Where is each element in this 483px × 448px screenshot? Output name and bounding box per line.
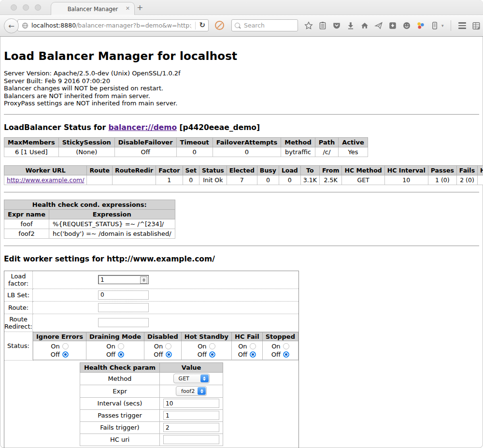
col-header: HC uri	[478, 165, 483, 175]
number-spinner-icon[interactable]	[140, 276, 147, 284]
table-header-row: Expr name Expression	[4, 209, 175, 219]
col-header: DisableFailover	[114, 137, 176, 147]
divider	[4, 246, 479, 246]
colored-dots-extension-icon[interactable]	[416, 21, 425, 30]
ignore-errors-on-radio[interactable]	[62, 343, 69, 349]
hc-row-passes: Passes trigger	[80, 409, 223, 421]
hot-standby-on-radio[interactable]	[209, 343, 215, 349]
col-header: Hot Standby	[181, 332, 231, 341]
hc-expr-label: Expr	[80, 385, 159, 397]
cell-stickysession: (None)	[58, 147, 114, 157]
expr-row: foof2 hc('body') =~ /domain is establish…	[4, 229, 175, 238]
new-tab-button[interactable]: +	[137, 3, 143, 12]
hc-uri-input[interactable]	[163, 435, 219, 444]
hc-row-uri: HC uri	[80, 434, 223, 446]
browser-window: Balancer Manager ✕ + ← localhost:8880/ba…	[0, 0, 483, 448]
reading-list-icon[interactable]	[318, 21, 327, 30]
content-block-icon[interactable]	[215, 21, 224, 30]
window-close-button[interactable]	[11, 4, 17, 11]
hc-passes-input[interactable]	[163, 411, 219, 420]
server-built: Server Built: Feb 9 2016 07:00:20	[4, 77, 479, 85]
url-bar[interactable]: localhost:8880/balancer-manager?b=demo&w…	[17, 19, 209, 31]
window-minimize-button[interactable]	[23, 4, 29, 11]
on-label: On	[154, 342, 163, 350]
hc-fail-off-radio[interactable]	[250, 351, 256, 358]
col-header: Route	[87, 165, 113, 175]
col-header: FailoverAttempts	[213, 137, 281, 147]
bookmark-star-icon[interactable]	[304, 21, 313, 30]
cell-elected: 7	[227, 175, 257, 185]
status-header-row: Ignore Errors Draining Mode Disabled Hot…	[33, 332, 298, 341]
worker-url-link[interactable]: http://www.example.com/	[7, 176, 84, 184]
off-label: Off	[106, 350, 115, 359]
col-header: Elected	[227, 165, 257, 175]
ignore-errors-off-radio[interactable]	[62, 351, 69, 358]
hc-row-fails: Fails trigger)	[80, 421, 223, 434]
disabled-on-radio[interactable]	[165, 343, 171, 349]
hc-row-method: Method GET	[80, 372, 223, 385]
traffic-lights	[11, 4, 41, 11]
container-clip-icon[interactable]	[430, 21, 439, 30]
pocket-icon[interactable]	[332, 21, 341, 30]
disabled-off-radio[interactable]	[166, 351, 172, 358]
hot-standby-off-radio[interactable]	[209, 351, 215, 358]
chevron-down-icon[interactable]: ▾	[441, 23, 444, 28]
stopped-on-radio[interactable]	[283, 343, 289, 349]
menu-hamburger-icon[interactable]	[458, 21, 467, 30]
notice-persist: Balancer changes will NOT be persisted o…	[4, 85, 479, 92]
stopped-off-radio[interactable]	[283, 351, 289, 358]
hc-fail-on-radio[interactable]	[250, 343, 256, 349]
form-row-load-factor: Load factor:	[4, 271, 299, 289]
search-icon	[235, 23, 240, 28]
cell-status: Init Ok	[199, 175, 227, 185]
cell-routeredir	[113, 175, 156, 185]
draining-mode-off-radio[interactable]	[118, 351, 124, 358]
col-header: Value	[160, 362, 223, 372]
notice-balancers: Balancers are NOT inherited from main se…	[4, 92, 479, 100]
tab-close-icon[interactable]: ✕	[126, 5, 130, 12]
load-factor-label: Load factor:	[4, 271, 33, 289]
cell-from: 2.5K	[319, 175, 342, 185]
route-redirect-input[interactable]	[98, 318, 149, 327]
hc-method-label: Method	[80, 372, 159, 385]
cell-method: bytraffic	[281, 147, 315, 157]
hc-fails-input[interactable]	[163, 423, 219, 432]
page-content: Load Balancer Manager for localhost Serv…	[0, 50, 483, 448]
window-zoom-button[interactable]	[35, 4, 41, 11]
hc-expr-select[interactable]: foof2	[176, 386, 207, 396]
reload-button[interactable]: ↻	[199, 22, 205, 29]
cell-hc-interval: 10	[384, 175, 428, 185]
cell-route	[87, 175, 113, 185]
notebook-grid-icon[interactable]	[472, 21, 481, 30]
route-input[interactable]	[98, 303, 149, 312]
col-header: MaxMembers	[4, 137, 59, 147]
extension-download-icon[interactable]	[388, 21, 397, 30]
col-header: Status	[199, 165, 227, 175]
hc-interval-input[interactable]	[163, 399, 219, 408]
off-label: Off	[271, 350, 281, 359]
back-button[interactable]: ←	[4, 18, 19, 33]
balancer-demo-link[interactable]: balancer://demo	[108, 123, 177, 132]
table-caption-row: Health check cond. expressions:	[4, 200, 175, 209]
cell-expression: %{REQUEST_STATUS} =~ /^[234]/	[49, 219, 175, 229]
globe-icon	[22, 22, 28, 29]
col-header: Set	[183, 165, 199, 175]
col-header: Fails	[456, 165, 477, 175]
titlebar: Balancer Manager ✕ +	[0, 0, 483, 15]
hc-method-select[interactable]: GET	[173, 374, 210, 383]
home-icon[interactable]	[360, 21, 369, 30]
col-header: Busy	[257, 165, 279, 175]
lb-set-input[interactable]	[98, 290, 149, 300]
back-icon: ←	[8, 22, 14, 30]
col-header: Expr name	[4, 209, 49, 219]
draining-mode-on-radio[interactable]	[118, 343, 124, 349]
tab-balancer-manager[interactable]: Balancer Manager ✕	[51, 2, 135, 15]
downloads-icon[interactable]	[346, 21, 355, 30]
chat-smiley-icon[interactable]	[402, 21, 411, 30]
send-icon[interactable]	[374, 21, 383, 30]
col-header: StickySession	[58, 137, 114, 147]
cell-load: 0	[279, 175, 300, 185]
table-row: 6 [1 Used] (None) Off 0 0 bytraffic /c/ …	[4, 147, 368, 157]
expr-table-caption: Health check cond. expressions:	[4, 200, 175, 209]
search-input[interactable]	[243, 21, 295, 29]
